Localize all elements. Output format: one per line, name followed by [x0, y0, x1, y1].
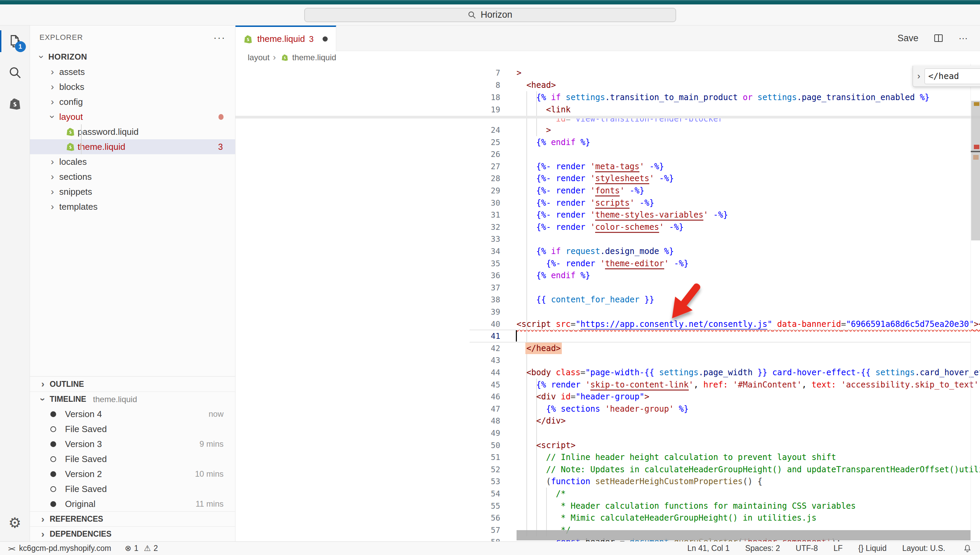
code-line-text: {% endif %}	[516, 269, 590, 282]
pane-outline[interactable]: › OUTLINE	[30, 377, 235, 391]
chevron-down-icon: ›	[47, 112, 58, 122]
code-token: {%-	[536, 222, 551, 232]
timeline-item[interactable]: File Saved	[30, 422, 235, 436]
timeline-item[interactable]: File Saved	[30, 481, 235, 496]
toggle-replace-icon[interactable]: ›	[913, 71, 924, 81]
pane-timeline[interactable]: › TIMELINE theme.liquid	[30, 391, 235, 407]
sidebar-item-blocks[interactable]: ›blocks	[30, 79, 235, 94]
sidebar-explorer: EXPLORER ··· ›HORIZON›assets›blocks›conf…	[30, 26, 235, 541]
code-token: {%-	[536, 210, 551, 220]
overview-ruler-warning-mark	[974, 102, 979, 106]
code-token: theme-styles-variables	[595, 210, 703, 221]
chevron-right-icon: ›	[48, 186, 57, 197]
search-icon	[468, 11, 476, 19]
sidebar-item-snippets[interactable]: ›snippets	[30, 184, 235, 199]
sidebar-item-sections[interactable]: ›sections	[30, 169, 235, 184]
code-token: render	[556, 162, 586, 171]
code-token: '	[585, 174, 595, 183]
bell-icon[interactable]	[963, 544, 972, 553]
sidebar-item-horizon[interactable]: ›HORIZON	[30, 50, 235, 64]
horizontal-scrollbar[interactable]	[516, 530, 970, 541]
code-token: * Mimic calculateHeaderGroupHeight() in …	[561, 513, 816, 523]
tab-label: theme.liquid	[257, 34, 305, 44]
sidebar-item-theme-liquid[interactable]: theme.liquid3	[30, 139, 235, 154]
find-query[interactable]: </head	[928, 71, 980, 81]
dirty-indicator-icon[interactable]	[323, 37, 328, 42]
status-problems[interactable]: ⊗ 1 ⚠ 2	[125, 544, 158, 553]
breadcrumb-file[interactable]: theme.liquid	[292, 53, 336, 62]
code-token: src	[551, 319, 571, 329]
line-number: 55	[470, 500, 500, 512]
breadcrumb-folder[interactable]: layout	[248, 53, 270, 62]
breadcrumb[interactable]: layout › theme.liquid	[235, 51, 980, 64]
line-number: 49	[470, 427, 500, 439]
sidebar-item-assets[interactable]: ›assets	[30, 64, 235, 79]
code-token: {%	[536, 138, 546, 147]
activitybar-search[interactable]	[0, 57, 30, 88]
line-number: 46	[470, 391, 500, 403]
version-dot-icon	[50, 441, 56, 447]
tree-item-label: blocks	[59, 82, 85, 92]
status-host[interactable]: kc6gcm-pd.myshopify.com	[19, 544, 111, 553]
tree-item-label: sections	[59, 172, 91, 182]
line-number: 36	[470, 269, 500, 282]
status-item[interactable]: UTF-8	[796, 544, 818, 553]
code-token: render	[556, 210, 586, 220]
code-line-text: </head>	[516, 342, 561, 354]
code-token: </div>	[536, 416, 566, 426]
sidebar-item-password-liquid[interactable]: password.liquid	[30, 124, 235, 139]
timeline-item[interactable]: File Saved	[30, 451, 235, 467]
code-token: /*	[556, 489, 566, 499]
code-token: .design_mode	[600, 247, 659, 256]
sidebar-item-layout[interactable]: ›layout	[30, 109, 235, 124]
code-token: -%}	[635, 198, 654, 208]
sidebar-item-templates[interactable]: ›templates	[30, 199, 235, 214]
code-token: -%}	[664, 222, 684, 232]
sidebar-item-locales[interactable]: ›locales	[30, 154, 235, 169]
code-token: -%}	[644, 162, 664, 171]
code-token: ="	[566, 119, 576, 124]
find-input[interactable]: </head Aa ab .*	[924, 69, 980, 84]
explorer-more-actions[interactable]: ···	[213, 32, 225, 43]
line-number: 50	[470, 439, 500, 451]
status-item[interactable]: Spaces: 2	[745, 544, 780, 553]
code-editor[interactable]: 7>8 <head>18 {% if settings.transition_t…	[235, 64, 980, 541]
code-line: 30 {%- render 'scripts' -%}	[235, 197, 980, 209]
timeline-item[interactable]: Version 210 mins	[30, 467, 235, 481]
code-token: '#MainContent'	[728, 380, 802, 390]
pane-references[interactable]: › REFERENCES	[30, 512, 235, 526]
status-item[interactable]: LF	[833, 544, 843, 553]
remote-icon[interactable]: ><	[8, 544, 14, 553]
code-token: setHeaderHeighCustomProperties	[590, 477, 743, 486]
code-line: 38 {{ content_for_header }}	[235, 294, 980, 306]
timeline-item[interactable]: Version 39 mins	[30, 436, 235, 451]
timeline-item[interactable]: Version 4now	[30, 407, 235, 422]
activitybar-shopify[interactable]	[0, 88, 30, 120]
code-line-text: {% endif %}	[516, 136, 590, 148]
code-token: fonts	[595, 186, 620, 196]
title-bar: Horizon	[0, 5, 980, 26]
editor-more-actions[interactable]: ···	[959, 33, 968, 43]
pane-dependencies[interactable]: › DEPENDENCIES	[30, 526, 235, 541]
save-button[interactable]: Save	[897, 33, 918, 43]
code-token: {%-	[536, 162, 551, 171]
split-editor-icon[interactable]	[934, 33, 943, 43]
code-line: 33	[235, 233, 980, 245]
status-item[interactable]: Ln 41, Col 1	[687, 544, 729, 553]
sidebar-item-config[interactable]: ›config	[30, 94, 235, 109]
vertical-scrollbar[interactable]	[971, 101, 980, 241]
tab-theme-liquid[interactable]: theme.liquid 3	[235, 26, 336, 51]
code-token: -%}	[669, 259, 689, 268]
status-item[interactable]: Layout: U.S.	[902, 544, 945, 553]
activitybar-settings[interactable]: ⚙	[0, 510, 30, 541]
command-center-search[interactable]: Horizon	[304, 8, 676, 22]
code-token: {%-	[536, 174, 551, 183]
activitybar-explorer[interactable]: 1	[0, 26, 30, 57]
outline-label: OUTLINE	[50, 380, 84, 389]
code-token: theme-editor	[605, 259, 664, 269]
status-item[interactable]: {} Liquid	[858, 544, 886, 553]
timeline-item[interactable]: Original11 mins	[30, 496, 235, 512]
overview-ruler-find-mark	[973, 155, 978, 160]
timeline-item-time: 11 mins	[196, 499, 224, 509]
code-token: if	[546, 247, 561, 256]
